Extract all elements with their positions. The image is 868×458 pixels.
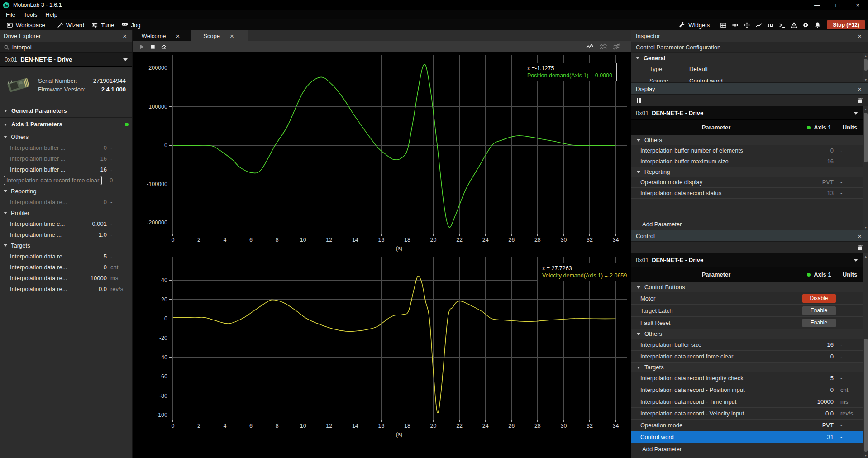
scrollbar-thumb[interactable] — [864, 339, 868, 452]
search-input[interactable] — [12, 44, 112, 51]
table-row-control-word[interactable]: Control word31- — [631, 431, 863, 443]
device-selector[interactable]: 0x01 DEN-NET-E - Drive — [0, 53, 132, 67]
position-demand-chart[interactable]: 0246810121416182022242628303234200000100… — [133, 52, 631, 255]
tab-scope[interactable]: Scope× — [191, 30, 248, 41]
device-selector[interactable]: 0x01DEN-NET-E - Drive — [631, 253, 863, 267]
chart-button[interactable] — [753, 19, 764, 30]
sidebar-section-axis-1-parameters[interactable]: Axis 1 Parameters — [0, 117, 132, 131]
tree-param-row[interactable]: Interpolation data re...0- — [0, 196, 132, 207]
visibility-button[interactable] — [729, 19, 741, 30]
tree-group-others[interactable]: Others — [0, 131, 132, 142]
menu-item-file[interactable]: File — [2, 10, 19, 19]
scroll-up-icon[interactable]: ▲ — [863, 53, 868, 58]
close-icon[interactable]: × — [121, 33, 129, 39]
maximize-button[interactable]: □ — [827, 0, 848, 10]
table-row-interpolation-data-record-velocity-input[interactable]: Interpolation data record - Velocity inp… — [631, 408, 863, 420]
add-parameter-button[interactable]: Add Parameter — [631, 218, 863, 230]
tree-group-targets[interactable]: Targets — [0, 240, 132, 251]
pause-button[interactable] — [637, 98, 641, 103]
tree-group-profiler[interactable]: Profiler — [0, 207, 132, 218]
source-row[interactable]: Source Control word — [631, 75, 868, 83]
table-group-others[interactable]: Others — [631, 329, 863, 339]
table-row-interpolation-data-record-time-input[interactable]: Interpolation data record - Time input10… — [631, 396, 863, 408]
close-icon[interactable]: × — [228, 33, 236, 39]
close-button[interactable]: × — [848, 0, 868, 10]
table-row-fault-reset[interactable]: Fault ResetEnable — [631, 317, 863, 329]
table-row-interpolation-data-record-integrity-check[interactable]: Interpolation data record integrity chec… — [631, 372, 863, 384]
gear-button[interactable] — [800, 19, 811, 30]
table-group-targets[interactable]: Targets — [631, 363, 863, 372]
add-parameter-button[interactable]: Add Parameter — [631, 443, 863, 455]
menu-item-help[interactable]: Help — [41, 10, 62, 19]
table-row-interpolation-data-record-force-clear[interactable]: Interpolation data record force clear0- — [631, 351, 863, 363]
device-selector[interactable]: 0x01DEN-NET-E - Drive — [631, 106, 863, 120]
jog-button[interactable]: Jog — [118, 19, 144, 30]
signal-wave-button[interactable] — [764, 19, 776, 30]
table-row-interpolation-buffer-size[interactable]: Interpolation buffer size16- — [631, 339, 863, 351]
table-row-interpolation-buffer-number-of-elements[interactable]: Interpolation buffer number of elements0… — [631, 145, 863, 156]
scrollbar-thumb[interactable] — [864, 113, 868, 162]
scroll-down-icon[interactable]: ▼ — [863, 453, 868, 458]
tree-param-row[interactable]: Interpolation data re...5- — [0, 251, 132, 262]
table-row-interpolation-data-record-position-input[interactable]: Interpolation data record - Position inp… — [631, 384, 863, 396]
scrollbar-thumb[interactable] — [864, 59, 868, 71]
tree-param-row[interactable]: Interpolation data record force clear0- — [0, 175, 132, 186]
velocity-demand-chart[interactable]: 024681012141618202224262830323440200-20-… — [133, 255, 631, 458]
menu-item-tools[interactable]: Tools — [19, 10, 41, 19]
type-row[interactable]: Type Default — [631, 63, 868, 75]
trash-button[interactable] — [857, 97, 863, 104]
tree-group-reporting[interactable]: Reporting — [0, 186, 132, 196]
close-icon[interactable]: × — [174, 33, 182, 39]
close-icon[interactable]: × — [856, 86, 863, 92]
stacked-signals-view-button[interactable] — [596, 43, 610, 50]
table-group-control-buttons[interactable]: Control Buttons — [631, 282, 863, 292]
tune-button[interactable]: Tune — [88, 19, 118, 30]
bell-button[interactable] — [811, 19, 823, 30]
table-scrollbar[interactable]: ▲▼ — [863, 106, 868, 230]
table-row-interpolation-data-record-status[interactable]: Interpolation data record status13- — [631, 188, 863, 199]
stop-button[interactable]: Stop (F12) — [827, 20, 865, 29]
scroll-up-icon[interactable]: ▲ — [863, 106, 868, 112]
close-icon[interactable]: × — [856, 33, 863, 39]
table-row-target-latch[interactable]: Target LatchEnable — [631, 305, 863, 317]
tree-param-row[interactable]: Interpolation data re...0.0rev/s — [0, 283, 132, 294]
sidebar-section-general-parameters[interactable]: General Parameters — [0, 104, 132, 117]
table-row-interpolation-buffer-maximum-size[interactable]: Interpolation buffer maximum size16- — [631, 156, 863, 167]
tree-param-row[interactable]: Interpolation time ...1.0- — [0, 229, 132, 240]
general-section-header[interactable]: General — [631, 53, 868, 63]
scroll-down-icon[interactable]: ▼ — [863, 77, 868, 82]
enable-button[interactable]: Enable — [802, 306, 836, 315]
table-row-operation-mode[interactable]: Operation modePVT- — [631, 420, 863, 431]
terminal-button[interactable] — [776, 19, 788, 30]
table-scrollbar[interactable]: ▲▼ — [863, 253, 868, 458]
close-icon[interactable]: × — [856, 233, 863, 239]
tree-param-row[interactable]: Interpolation data re...10000ms — [0, 272, 132, 283]
trash-button[interactable] — [857, 244, 863, 251]
warning-button[interactable] — [788, 19, 800, 30]
move-button[interactable] — [741, 19, 753, 30]
scroll-up-icon[interactable]: ▲ — [863, 253, 868, 259]
tree-param-row[interactable]: Interpolation buffer ...0- — [0, 142, 132, 153]
clear-button[interactable] — [158, 41, 169, 52]
tree-param-row[interactable]: Interpolation time e...0.001- — [0, 218, 132, 229]
tree-param-row[interactable]: Interpolation data re...0cnt — [0, 262, 132, 272]
widgets-button[interactable]: Widgets — [675, 19, 713, 30]
workspace-button[interactable]: Workspace — [3, 19, 49, 30]
tree-param-row[interactable]: Interpolation buffer ...16- — [0, 153, 132, 164]
stop-capture-button[interactable] — [147, 41, 158, 52]
widget-panels-button[interactable] — [717, 19, 729, 30]
play-button[interactable] — [136, 41, 147, 52]
table-group-others[interactable]: Others — [631, 135, 863, 145]
table-group-reporting[interactable]: Reporting — [631, 167, 863, 177]
wizard-button[interactable]: Wizard — [53, 19, 88, 30]
table-row-operation-mode-display[interactable]: Operation mode displayPVT- — [631, 177, 863, 188]
disable-button[interactable]: Disable — [802, 294, 836, 303]
enable-button[interactable]: Enable — [802, 319, 836, 327]
table-row-motor[interactable]: MotorDisable — [631, 292, 863, 305]
scroll-down-icon[interactable]: ▼ — [863, 224, 868, 230]
merged-signals-view-button[interactable] — [610, 43, 624, 50]
tree-param-row[interactable]: Interpolation buffer ...16- — [0, 164, 132, 175]
tab-welcome[interactable]: Welcome× — [133, 30, 191, 41]
minimize-button[interactable]: — — [807, 0, 827, 10]
single-signal-view-button[interactable] — [583, 43, 596, 50]
